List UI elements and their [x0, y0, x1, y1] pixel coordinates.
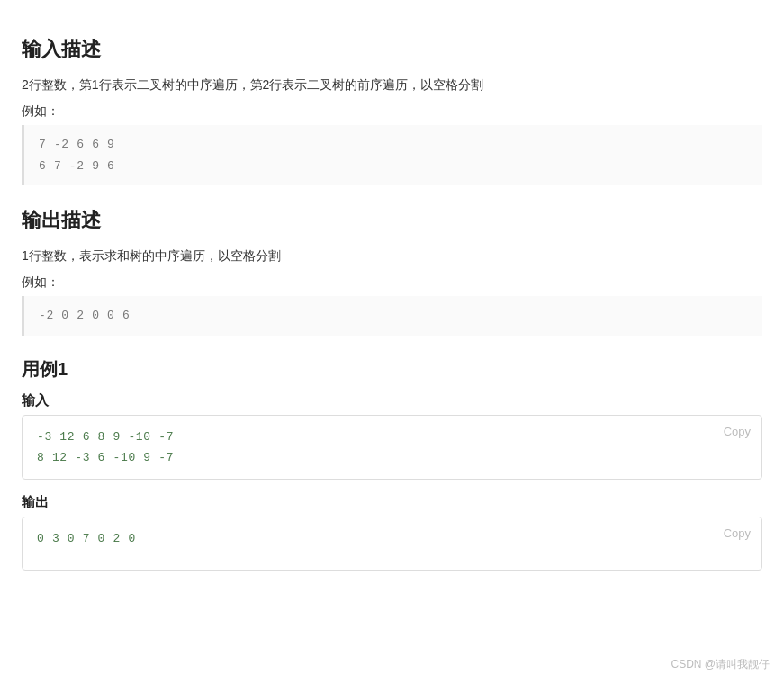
input-description-section: 输入描述 2行整数，第1行表示二叉树的中序遍历，第2行表示二叉树的前序遍历，以空… — [22, 36, 762, 185]
output-block: 输出 0 3 0 7 0 2 0 Copy — [22, 494, 762, 571]
output-block-label: 输出 — [22, 494, 762, 511]
input-case-line-1: -3 12 6 8 9 -10 -7 — [37, 427, 747, 447]
input-case-line-2: 8 12 -3 6 -10 9 -7 — [37, 447, 747, 468]
input-description: 2行整数，第1行表示二叉树的中序遍历，第2行表示二叉树的前序遍历，以空格分割 — [22, 74, 762, 96]
input-block: 输入 -3 12 6 8 9 -10 -7 8 12 -3 6 -10 9 -7… — [22, 392, 762, 481]
input-io-box: -3 12 6 8 9 -10 -7 8 12 -3 6 -10 9 -7 Co… — [22, 415, 762, 481]
output-copy-button[interactable]: Copy — [724, 526, 751, 540]
input-title: 输入描述 — [22, 36, 762, 63]
output-description: 1行整数，表示求和树的中序遍历，以空格分割 — [22, 245, 762, 267]
input-example-line-1: 7 -2 6 6 9 — [39, 134, 748, 155]
use-case-title: 用例1 — [22, 357, 762, 382]
input-example-block: 7 -2 6 6 9 6 7 -2 9 6 — [22, 125, 762, 185]
output-example-label: 例如： — [22, 274, 762, 291]
input-block-label: 输入 — [22, 392, 762, 409]
input-example-line-2: 6 7 -2 9 6 — [39, 156, 748, 176]
output-title: 输出描述 — [22, 207, 762, 234]
use-case-section: 用例1 输入 -3 12 6 8 9 -10 -7 8 12 -3 6 -10 … — [22, 357, 762, 571]
output-case-line-1: 0 3 0 7 0 2 0 — [37, 528, 747, 549]
input-example-label: 例如： — [22, 103, 762, 120]
output-example-block: -2 0 2 0 0 6 — [22, 296, 762, 335]
input-copy-button[interactable]: Copy — [724, 425, 751, 438]
output-description-section: 输出描述 1行整数，表示求和树的中序遍历，以空格分割 例如： -2 0 2 0 … — [22, 207, 762, 336]
output-description-text: 1行整数，表示求和树的中序遍历，以空格分割 — [22, 248, 281, 263]
output-example-line-1: -2 0 2 0 0 6 — [39, 305, 748, 326]
output-io-box: 0 3 0 7 0 2 0 Copy — [22, 517, 762, 571]
input-description-text: 2行整数，第1行表示二叉树的中序遍历，第2行表示二叉树的前序遍历，以空格分割 — [22, 77, 483, 92]
watermark: CSDN @请叫我靓仔 — [671, 657, 770, 672]
